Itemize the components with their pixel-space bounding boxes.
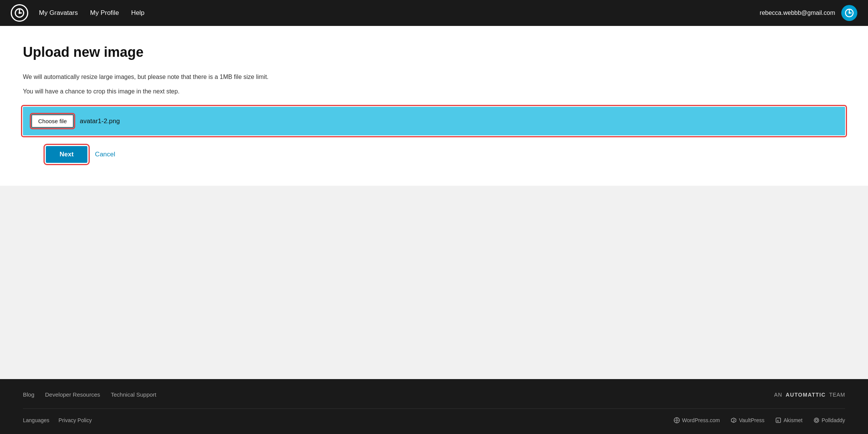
next-button[interactable]: Next	[46, 146, 87, 163]
page-title: Upload new image	[23, 44, 845, 60]
user-email: rebecca.webbb@gmail.com	[760, 10, 835, 16]
footer-top: Blog Developer Resources Technical Suppo…	[23, 391, 845, 398]
footer-bottom-links: Languages Privacy Policy	[23, 417, 92, 423]
footer-partners: WordPress.com VaultPress A Akismet Polld…	[674, 417, 845, 423]
header: My Gravatars My Profile Help rebecca.web…	[0, 0, 868, 26]
footer-partner-polldaddy[interactable]: Polldaddy	[813, 417, 845, 423]
footer-link-languages[interactable]: Languages	[23, 417, 49, 423]
footer-link-developer-resources[interactable]: Developer Resources	[45, 391, 100, 398]
svg-text:A: A	[777, 419, 779, 423]
footer-link-technical-support[interactable]: Technical Support	[111, 391, 156, 398]
upload-card: Upload new image We will automatically r…	[0, 26, 868, 186]
footer-partner-vaultpress[interactable]: VaultPress	[731, 417, 765, 423]
main-content: Upload new image We will automatically r…	[0, 26, 868, 379]
main-nav: My Gravatars My Profile Help	[39, 9, 145, 17]
svg-point-8	[815, 419, 818, 421]
upload-desc-1: We will automatically resize large image…	[23, 72, 845, 82]
upload-desc-2: You will have a chance to crop this imag…	[23, 87, 845, 96]
header-right: rebecca.webbb@gmail.com	[760, 5, 857, 21]
form-actions: Next Cancel	[46, 146, 845, 163]
nav-my-gravatars[interactable]: My Gravatars	[39, 9, 78, 17]
user-avatar-button[interactable]	[841, 5, 857, 21]
cancel-link[interactable]: Cancel	[95, 151, 115, 158]
footer-link-privacy-policy[interactable]: Privacy Policy	[58, 417, 92, 423]
footer-partner-wordpress[interactable]: WordPress.com	[674, 417, 720, 423]
file-input-area: Choose file avatar1-2.png	[23, 107, 845, 135]
footer-automattic: AN AUTOMATTIC TEAM	[774, 392, 845, 398]
nav-my-profile[interactable]: My Profile	[90, 9, 119, 17]
svg-point-3	[849, 12, 850, 14]
selected-file-name: avatar1-2.png	[80, 117, 120, 125]
footer-bottom: Languages Privacy Policy WordPress.com V…	[23, 408, 845, 423]
footer-partner-akismet[interactable]: A Akismet	[775, 417, 803, 423]
nav-help[interactable]: Help	[131, 9, 145, 17]
footer: Blog Developer Resources Technical Suppo…	[0, 379, 868, 434]
footer-link-blog[interactable]: Blog	[23, 391, 34, 398]
svg-point-1	[19, 12, 21, 14]
gravatar-logo	[11, 4, 28, 22]
choose-file-button[interactable]: Choose file	[31, 114, 74, 128]
footer-links: Blog Developer Resources Technical Suppo…	[23, 391, 156, 398]
svg-point-7	[814, 418, 819, 423]
